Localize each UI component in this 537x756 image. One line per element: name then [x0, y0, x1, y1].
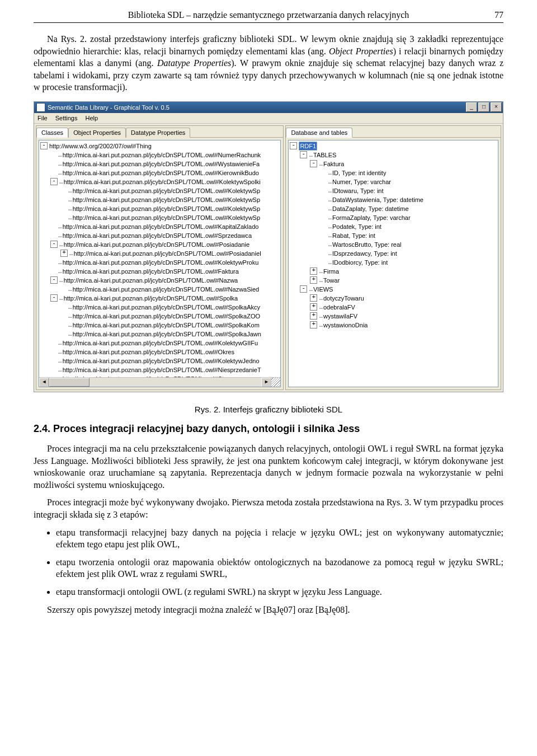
tree-node[interactable]: …http://mica.ai-kari.put.poznan.pl/jcyb/… — [40, 339, 280, 348]
tree-node[interactable]: …http://mica.ai-kari.put.poznan.pl/jcyb/… — [40, 231, 280, 240]
tree-node-label[interactable]: http://mica.ai-kari.put.poznan.pl/jcyb/c… — [73, 321, 260, 330]
expand-icon[interactable]: + — [60, 250, 68, 257]
tree-node[interactable]: -…http://mica.ai-kari.put.poznan.pl/jcyb… — [40, 240, 280, 249]
horizontal-scrollbar[interactable]: ◄ ► — [39, 377, 271, 387]
minimize-button[interactable]: _ — [466, 102, 477, 112]
tree-node[interactable]: …http://mica.ai-kari.put.poznan.pl/jcyb/… — [40, 222, 280, 231]
tree-node[interactable]: +…Firma — [290, 267, 498, 276]
tree-node-label[interactable]: http://mica.ai-kari.put.poznan.pl/jcyb/c… — [64, 240, 249, 249]
tree-node-label[interactable]: dotyczyTowaru — [323, 294, 364, 303]
collapse-icon[interactable]: - — [50, 178, 58, 185]
tree-node[interactable]: …http://mica.ai-kari.put.poznan.pl/jcyb/… — [40, 312, 280, 321]
collapse-icon[interactable]: - — [310, 160, 317, 167]
tree-node-label[interactable]: Rabat, Type: int — [332, 231, 375, 240]
tree-node[interactable]: -…TABLES — [290, 151, 498, 159]
tree-node-label[interactable]: http://mica.ai-kari.put.poznan.pl/jcyb/c… — [63, 348, 234, 356]
menu-file[interactable]: File — [37, 115, 48, 121]
collapse-icon[interactable]: - — [50, 276, 58, 284]
tree-node[interactable]: …Numer, Type: varchar — [290, 177, 498, 186]
tree-node[interactable]: -…Faktura — [290, 159, 498, 168]
tree-node-label[interactable]: http://mica.ai-kari.put.poznan.pl/jcyb/c… — [63, 356, 260, 365]
tree-node[interactable]: +…odebralaFV — [290, 303, 498, 312]
tree-node-label[interactable]: wystawionoDnia — [323, 321, 368, 330]
tree-node-label[interactable]: DataWystawienia, Type: datetime — [332, 195, 423, 204]
tree-node-label[interactable]: wystawilaFV — [323, 312, 357, 321]
titlebar[interactable]: Semantic Data Library - Graphical Tool v… — [34, 102, 503, 113]
expand-icon[interactable]: + — [310, 276, 317, 284]
scroll-left-icon[interactable]: ◄ — [39, 378, 49, 387]
tree-node-label[interactable]: http://mica.ai-kari.put.poznan.pl/jcyb/c… — [63, 267, 239, 276]
resize-grip-icon[interactable] — [271, 377, 280, 387]
menu-settings[interactable]: Settings — [55, 115, 78, 121]
tree-node[interactable]: …http://mica.ai-kari.put.poznan.pl/jcyb/… — [40, 321, 280, 330]
tree-node[interactable]: …http://mica.ai-kari.put.poznan.pl/jcyb/… — [40, 267, 280, 276]
tree-node[interactable]: …IDsprzedawcy, Type: int — [290, 249, 498, 258]
tree-node-label[interactable]: http://mica.ai-kari.put.poznan.pl/jcyb/c… — [73, 195, 260, 204]
tree-node[interactable]: …ID, Type: int identity — [290, 168, 498, 177]
tree-node-label[interactable]: Numer, Type: varchar — [332, 177, 391, 186]
tree-node-label[interactable]: http://mica.ai-kari.put.poznan.pl/jcyb/c… — [73, 186, 260, 195]
tree-node[interactable]: …http://mica.ai-kari.put.poznan.pl/jcyb/… — [40, 186, 280, 195]
tree-node[interactable]: …http://mica.ai-kari.put.poznan.pl/jcyb/… — [40, 151, 280, 159]
tree-node-label[interactable]: http://mica.ai-kari.put.poznan.pl/jcyb/c… — [64, 276, 238, 285]
tree-node-label[interactable]: http://mica.ai-kari.put.poznan.pl/jcyb/c… — [63, 231, 252, 240]
tree-node[interactable]: -…http://mica.ai-kari.put.poznan.pl/jcyb… — [40, 177, 280, 186]
tree-node[interactable]: …WartoscBrutto, Type: real — [290, 240, 498, 249]
tree-node-label[interactable]: TABLES — [313, 151, 336, 159]
tree-node[interactable]: …DataWystawienia, Type: datetime — [290, 195, 498, 204]
tree-node[interactable]: …http://mica.ai-kari.put.poznan.pl/jcyb/… — [40, 213, 280, 222]
tab-datatype-properties[interactable]: Datatype Properties — [126, 128, 190, 138]
tree-node-label[interactable]: http://mica.ai-kari.put.poznan.pl/jcyb/c… — [63, 365, 261, 374]
tree-node-label[interactable]: Faktura — [323, 159, 344, 168]
tree-node[interactable]: -http://www.w3.org/2002/07/owl#Thing — [40, 142, 280, 151]
tree-node-label[interactable]: http://mica.ai-kari.put.poznan.pl/jcyb/c… — [73, 303, 260, 312]
tree-node[interactable]: …http://mica.ai-kari.put.poznan.pl/jcyb/… — [40, 356, 280, 365]
tree-node[interactable]: …http://mica.ai-kari.put.poznan.pl/jcyb/… — [40, 330, 280, 339]
tree-node-label[interactable]: IDodbiorcy, Type: int — [332, 258, 388, 267]
tree-node[interactable]: +…Towar — [290, 276, 498, 285]
tree-node-label[interactable]: http://mica.ai-kari.put.poznan.pl/jcyb/c… — [73, 285, 260, 294]
expand-icon[interactable]: + — [310, 294, 317, 302]
tree-node-label[interactable]: http://mica.ai-kari.put.poznan.pl/jcyb/c… — [63, 222, 259, 231]
tree-node[interactable]: …Rabat, Type: int — [290, 231, 498, 240]
scroll-thumb[interactable] — [49, 378, 90, 387]
tree-node-label[interactable]: Firma — [323, 267, 339, 276]
tree-node[interactable]: -…VIEWS — [290, 285, 498, 294]
tab-classes[interactable]: Classes — [36, 128, 68, 138]
tree-node[interactable]: …DataZaplaty, Type: datetime — [290, 204, 498, 213]
left-tree-view[interactable]: -http://www.w3.org/2002/07/owl#Thing…htt… — [39, 140, 281, 387]
scroll-right-icon[interactable]: ► — [261, 378, 271, 387]
tree-node[interactable]: -…http://mica.ai-kari.put.poznan.pl/jcyb… — [40, 276, 280, 285]
tree-node-label[interactable]: http://mica.ai-kari.put.poznan.pl/jcyb/c… — [73, 330, 261, 339]
tree-node-label[interactable]: http://mica.ai-kari.put.poznan.pl/jcyb/c… — [73, 213, 260, 222]
tree-node[interactable]: …Podatek, Type: int — [290, 222, 498, 231]
tree-node-label[interactable]: http://mica.ai-kari.put.poznan.pl/jcyb/c… — [74, 249, 261, 258]
expand-icon[interactable]: + — [310, 267, 317, 275]
tree-node[interactable]: -RDF1 — [290, 142, 498, 151]
tree-node[interactable]: …http://mica.ai-kari.put.poznan.pl/jcyb/… — [40, 303, 280, 312]
tree-node-label[interactable]: http://mica.ai-kari.put.poznan.pl/jcyb/c… — [63, 168, 259, 177]
tree-node-label[interactable]: http://mica.ai-kari.put.poznan.pl/jcyb/c… — [63, 258, 259, 267]
tree-node-label[interactable]: Podatek, Type: int — [332, 222, 381, 231]
tree-node-label[interactable]: odebralaFV — [323, 303, 355, 312]
close-button[interactable]: × — [491, 102, 502, 112]
tree-node[interactable]: …http://mica.ai-kari.put.poznan.pl/jcyb/… — [40, 258, 280, 267]
tree-node-label[interactable]: http://mica.ai-kari.put.poznan.pl/jcyb/c… — [63, 159, 260, 168]
tree-node[interactable]: +…wystawilaFV — [290, 312, 498, 321]
tree-node-label[interactable]: FormaZaplaty, Type: varchar — [332, 213, 411, 222]
expand-icon[interactable]: + — [310, 312, 317, 320]
tree-node[interactable]: …IDodbiorcy, Type: int — [290, 258, 498, 267]
tree-node[interactable]: …http://mica.ai-kari.put.poznan.pl/jcyb/… — [40, 348, 280, 356]
tree-node-label[interactable]: RDF1 — [299, 142, 317, 151]
tree-node[interactable]: +…dotyczyTowaru — [290, 294, 498, 303]
tree-node-label[interactable]: http://mica.ai-kari.put.poznan.pl/jcyb/c… — [64, 177, 261, 186]
menu-help[interactable]: Help — [85, 115, 98, 121]
tree-node[interactable]: -…http://mica.ai-kari.put.poznan.pl/jcyb… — [40, 294, 280, 303]
tree-node-label[interactable]: http://mica.ai-kari.put.poznan.pl/jcyb/c… — [64, 294, 238, 303]
collapse-icon[interactable]: - — [290, 142, 297, 149]
tree-node[interactable]: +…wystawionoDnia — [290, 321, 498, 330]
tree-node[interactable]: …http://mica.ai-kari.put.poznan.pl/jcyb/… — [40, 195, 280, 204]
maximize-button[interactable]: □ — [478, 102, 489, 112]
collapse-icon[interactable]: - — [50, 294, 58, 302]
expand-icon[interactable]: + — [310, 303, 317, 311]
